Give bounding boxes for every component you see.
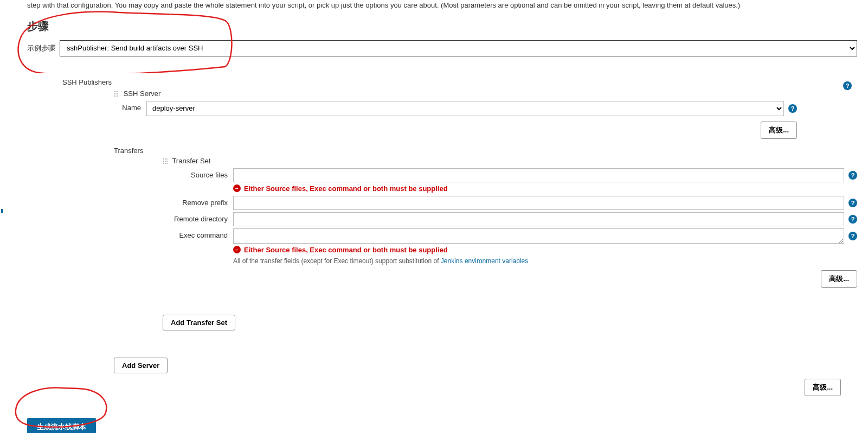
- error-icon: −: [233, 246, 241, 253]
- sample-step-label: 示例步骤: [27, 43, 55, 53]
- ssh-publishers-label: SSH Publishers: [62, 78, 857, 86]
- generate-pipeline-script-button[interactable]: 生成流水线脚本: [27, 418, 96, 434]
- intro-text: step with that configuration. You may co…: [27, 0, 857, 11]
- source-files-row: Source files ?: [163, 168, 857, 182]
- name-field-row: Name deploy-server ?: [114, 101, 857, 116]
- sample-step-select[interactable]: sshPublisher: Send build artifacts over …: [60, 40, 857, 56]
- help-icon[interactable]: ?: [843, 81, 852, 90]
- error-icon: −: [233, 184, 241, 192]
- help-icon[interactable]: ?: [848, 171, 857, 180]
- add-transfer-set-button[interactable]: Add Transfer Set: [163, 315, 235, 330]
- left-edge-marker: [1, 209, 3, 213]
- help-icon[interactable]: ?: [848, 215, 857, 224]
- remote-directory-label: Remote directory: [163, 212, 233, 223]
- substitution-help-text: All of the transfer fields (except for E…: [233, 257, 857, 265]
- transfers-block: Transfers Transfer Set Source files ? −: [114, 147, 857, 330]
- advanced-button[interactable]: 高级...: [821, 270, 857, 288]
- remove-prefix-label: Remove prefix: [163, 196, 233, 207]
- drag-handle-icon[interactable]: [114, 91, 119, 97]
- remote-directory-row: Remote directory ?: [163, 212, 857, 226]
- ssh-publishers-section: SSH Publishers SSH Server Name deploy-se…: [62, 78, 857, 373]
- exec-command-label: Exec command: [163, 228, 233, 239]
- error-text: Either Source files, Exec command or bot…: [244, 246, 448, 254]
- help-icon[interactable]: ?: [788, 104, 797, 113]
- transfer-set-label: Transfer Set: [163, 157, 857, 165]
- advanced-button[interactable]: 高级...: [761, 122, 797, 139]
- remote-directory-input[interactable]: [233, 212, 844, 226]
- source-files-input[interactable]: [233, 168, 844, 182]
- remove-prefix-row: Remove prefix ?: [163, 196, 857, 210]
- error-text: Either Source files, Exec command or bot…: [244, 184, 448, 193]
- add-server-button[interactable]: Add Server: [114, 358, 168, 373]
- sample-step-row: 示例步骤 sshPublisher: Send build artifacts …: [27, 40, 857, 56]
- transfer-set-block: Transfer Set Source files ? − Either Sou…: [163, 157, 857, 330]
- steps-heading: 步骤: [27, 19, 857, 34]
- server-name-select[interactable]: deploy-server: [146, 101, 784, 116]
- exec-command-input[interactable]: [233, 228, 844, 244]
- advanced-button[interactable]: 高级...: [805, 379, 841, 396]
- help-icon[interactable]: ?: [848, 199, 857, 207]
- source-files-error: − Either Source files, Exec command or b…: [233, 184, 857, 193]
- name-label: Name: [114, 101, 146, 112]
- remove-prefix-input[interactable]: [233, 196, 844, 210]
- drag-handle-icon[interactable]: [163, 158, 168, 164]
- ssh-server-block: SSH Server Name deploy-server ? 高级... Tr…: [114, 90, 857, 373]
- help-icon[interactable]: ?: [848, 232, 857, 240]
- ssh-server-label: SSH Server: [114, 90, 857, 98]
- exec-command-row: Exec command ?: [163, 228, 857, 244]
- source-files-label: Source files: [163, 168, 233, 179]
- env-vars-link[interactable]: Jenkins environment variables: [441, 257, 528, 265]
- exec-command-error: − Either Source files, Exec command or b…: [233, 246, 857, 254]
- transfers-label: Transfers: [114, 147, 857, 155]
